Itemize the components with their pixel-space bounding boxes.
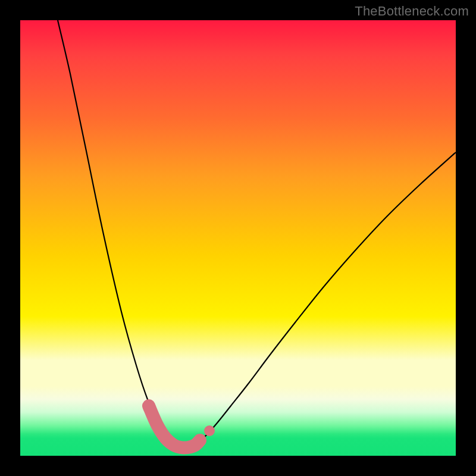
chart-svg xyxy=(20,20,456,456)
thin-curve-group xyxy=(58,20,456,449)
chart-frame: TheBottleneck.com xyxy=(0,0,476,476)
dot-accent-group xyxy=(204,425,215,436)
thick-accent-path xyxy=(149,406,200,448)
thick-accent-group xyxy=(149,406,200,448)
thin-curve-path xyxy=(58,20,456,449)
watermark-text: TheBottleneck.com xyxy=(355,4,469,19)
dot-accent-circle xyxy=(204,425,215,436)
